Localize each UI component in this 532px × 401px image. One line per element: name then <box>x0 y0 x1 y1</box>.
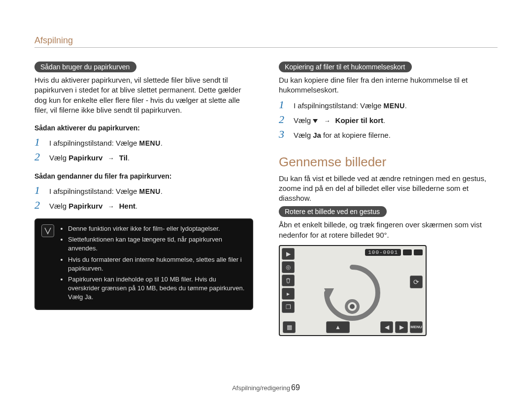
down-arrow-icon <box>313 116 319 124</box>
note-box: Denne funktion virker ikke for film- ell… <box>34 218 253 310</box>
step-row: 2 Vælg Papirkurv → Til. <box>34 151 253 163</box>
note-item: Hvis du formaterer den interne hukommels… <box>68 255 246 273</box>
step-text: Vælg Papirkurv → Til. <box>49 154 130 162</box>
play-icon[interactable]: ▶ <box>282 248 295 260</box>
arrow-right-icon: → <box>108 154 114 162</box>
step-row: 1 I afspilningstilstand: Vælge MENU. <box>279 98 498 111</box>
step-row: 1 I afspilningstilstand: Vælge MENU. <box>34 184 253 197</box>
arrow-right-icon: → <box>324 117 330 124</box>
svg-point-2 <box>350 304 355 309</box>
right-column: Kopiering af ﬁler til et hukommelseskort… <box>279 62 498 336</box>
copy-intro: Du kan kopiere dine ﬁler fra den interne… <box>279 75 498 95</box>
trash-icon[interactable] <box>282 275 295 286</box>
up-icon[interactable]: ▲ <box>326 321 350 333</box>
slideshow-icon[interactable]: ▸ <box>282 288 295 300</box>
step-text: I afspilningstilstand: Vælge MENU. <box>294 101 407 110</box>
target-icon[interactable]: ◎ <box>282 261 295 273</box>
heading-rotate-gesture: Rotere et billede ved en gestus <box>279 206 387 217</box>
note-list: Denne funktion virker ikke for film- ell… <box>59 224 246 304</box>
menu-icon-label: MENU <box>139 187 161 195</box>
note-icon <box>41 224 54 237</box>
step-number: 1 <box>34 136 44 149</box>
step-number: 1 <box>279 98 289 111</box>
footer-label: Afspilning/redigering <box>232 384 290 392</box>
battery-icon <box>414 249 423 255</box>
rotate-icon[interactable]: ⟳ <box>410 276 423 288</box>
grid-icon[interactable]: ▦ <box>283 321 296 333</box>
cam-top-bar: 100-0001 <box>365 249 423 256</box>
step-row: 2 Vælg Papirkurv → Hent. <box>34 199 253 212</box>
rotate-intro: Åbn et enkelt billede, og træk ﬁngeren o… <box>279 220 498 240</box>
rotate-gesture-graphic <box>315 260 389 324</box>
image-counter: 100-0001 <box>365 249 401 256</box>
cam-left-toolbar: ▶ ◎ ▸ ❐ <box>282 248 297 333</box>
step-row: 3 Vælg Ja for at kopiere ﬁlerne. <box>279 128 498 141</box>
cam-bottom-bar: ▦ ▲ ◀ ▶ MENU <box>283 321 423 333</box>
recycle-intro: Hvis du aktiverer papirkurven, vil slett… <box>34 75 253 115</box>
subhead-activate: Sådan aktiverer du papirkurven: <box>34 124 253 132</box>
menu-button[interactable]: MENU <box>410 321 423 333</box>
step-text: Vælg Ja for at kopiere ﬁlerne. <box>294 131 391 139</box>
page-number: 69 <box>291 383 300 392</box>
step-row: 1 I afspilningstilstand: Vælge MENU. <box>34 136 253 149</box>
left-column: Sådan bruger du papirkurven Hvis du akti… <box>34 62 253 336</box>
page-footer: Afspilning/redigering69 <box>0 383 532 392</box>
browse-intro: Du kan få vist et billede ved at ændre r… <box>279 174 498 204</box>
note-item: Papirkurven kan indeholde op til 10 MB ﬁ… <box>68 275 246 302</box>
step-text: Vælg → Kopier til kort. <box>294 116 385 124</box>
copy-icon[interactable]: ❐ <box>282 301 295 313</box>
heading-recycle-bin: Sådan bruger du papirkurven <box>34 62 136 72</box>
card-icon <box>403 249 412 255</box>
step-row: 2 Vælg → Kopier til kort. <box>279 113 498 126</box>
step-number: 2 <box>279 113 289 126</box>
two-columns: Sådan bruger du papirkurven Hvis du akti… <box>34 62 498 336</box>
note-item: Slettefunktionen kan tage længere tid, n… <box>68 235 246 253</box>
subhead-restore: Sådan gendanner du ﬁler fra papirkurven: <box>34 172 253 180</box>
note-item: Denne funktion virker ikke for film- ell… <box>68 224 246 233</box>
camera-screenshot: ▶ ◎ ▸ ❐ 100-0001 ⟳ <box>279 245 427 336</box>
step-number: 2 <box>34 151 44 163</box>
prev-icon[interactable]: ◀ <box>380 321 393 333</box>
section-header: Afspilning <box>34 35 498 48</box>
step-text: Vælg Papirkurv → Hent. <box>49 202 137 210</box>
section-browse-images: Gennemse billeder <box>279 154 498 170</box>
menu-icon-label: MENU <box>384 102 405 110</box>
step-number: 1 <box>34 184 44 197</box>
step-number: 2 <box>34 199 44 212</box>
menu-icon-label: MENU <box>139 139 161 147</box>
step-number: 3 <box>279 128 289 141</box>
step-text: I afspilningstilstand: Vælge MENU. <box>49 187 163 195</box>
heading-copy-card: Kopiering af ﬁler til et hukommelseskort <box>279 62 412 72</box>
arrow-right-icon: → <box>108 203 114 210</box>
manual-page: Afspilning Sådan bruger du papirkurven H… <box>0 0 532 351</box>
next-icon[interactable]: ▶ <box>395 321 408 333</box>
step-text: I afspilningstilstand: Vælge MENU. <box>49 139 163 147</box>
